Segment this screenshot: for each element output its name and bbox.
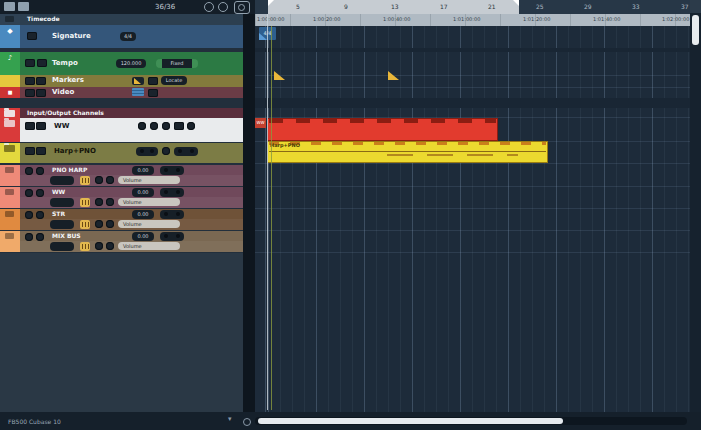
add-marker-icon[interactable] (132, 77, 144, 85)
channel-button-1[interactable] (95, 198, 103, 206)
tempo-activate-button[interactable] (25, 59, 35, 67)
channel-button-2[interactable] (106, 198, 114, 206)
freeze-button[interactable] (187, 122, 195, 130)
instrument-keyboard-icon[interactable] (80, 242, 90, 251)
channel-button-2[interactable] (106, 176, 114, 184)
track-name[interactable]: PNO HARP (52, 167, 87, 173)
track-name[interactable]: WW (52, 189, 65, 195)
clip-color-tab[interactable]: WW (255, 118, 266, 128)
gain-readout[interactable]: 0.00 (132, 232, 154, 241)
track-row-ww-bus[interactable]: WW (0, 118, 243, 142)
channel-button-1[interactable] (95, 220, 103, 228)
add-cycle-marker-button[interactable] (148, 77, 158, 85)
track-row-mix-bus[interactable]: MIX BUS 0.00 Volume (0, 231, 243, 252)
solo-button[interactable] (36, 122, 46, 130)
magnifier-icon[interactable] (234, 1, 250, 14)
solo-button[interactable] (36, 211, 44, 219)
divider-caret-icon[interactable]: ▾ (228, 416, 232, 423)
bar-ruler[interactable]: 5 9 13 17 21 25 29 33 37 (255, 0, 690, 14)
instrument-keyboard-icon[interactable] (80, 198, 90, 207)
signature-value[interactable]: 4/4 (120, 32, 136, 41)
project-cursor[interactable] (267, 14, 268, 410)
instrument-keyboard-icon[interactable] (80, 220, 90, 229)
panel-divider[interactable] (243, 14, 255, 412)
instrument-keyboard-icon[interactable] (80, 176, 90, 185)
record-monitor-buttons[interactable] (136, 147, 158, 156)
volume-slider[interactable]: Volume (118, 198, 180, 206)
mute-button[interactable] (25, 233, 33, 241)
solo-button[interactable] (36, 233, 44, 241)
channel-button-2[interactable] (106, 242, 114, 250)
record-button[interactable] (138, 122, 146, 130)
edit-channel-button[interactable] (162, 122, 170, 130)
track-name[interactable]: WW (54, 123, 69, 130)
vertical-scrollbar-thumb[interactable] (692, 15, 699, 45)
track-row-pno-harp[interactable]: PNO HARP 0.00 Volume (0, 165, 243, 186)
midi-clip-ww[interactable] (267, 118, 498, 141)
track-name[interactable]: Harp+PNO (54, 148, 96, 155)
gain-readout[interactable]: 0.00 (132, 166, 154, 175)
volume-slider[interactable]: Volume (118, 242, 180, 250)
gain-readout[interactable]: 0.00 (132, 188, 154, 197)
solo-button[interactable] (36, 147, 46, 155)
solo-button[interactable] (36, 167, 44, 175)
mute-button[interactable] (25, 211, 33, 219)
io-channels-folder-header[interactable]: Input/Output Channels (0, 108, 243, 118)
window-layout-icon[interactable] (18, 2, 29, 11)
scrollbar-top-button[interactable] (690, 0, 701, 13)
mute-button[interactable] (25, 167, 33, 175)
track-row-ww[interactable]: WW 0.00 Volume (0, 187, 243, 208)
timecode-ruler[interactable]: 1:00:00:00 1:00:20:00 1:00:40:00 1:01:00… (255, 14, 690, 26)
horizontal-scrollbar[interactable] (255, 417, 687, 425)
edit-readout[interactable] (50, 220, 74, 229)
activate-project-icon[interactable] (4, 2, 15, 11)
edit-readout[interactable] (50, 176, 74, 185)
channel-button-2[interactable] (106, 220, 114, 228)
track-row-str[interactable]: STR 0.00 Volume (0, 209, 243, 230)
channel-button-1[interactable] (95, 242, 103, 250)
video-mute-button[interactable] (25, 89, 35, 97)
edit-readout[interactable] (50, 242, 74, 251)
video-thumbnail-icon[interactable] (132, 88, 144, 96)
event-display[interactable]: 4/4 WW Harp+PNO (255, 26, 690, 412)
marker-locate-dropdown[interactable]: Locate (161, 76, 187, 85)
track-name[interactable]: MIX BUS (52, 233, 81, 239)
timeline-ruler[interactable]: 5 9 13 17 21 25 29 33 37 1:00:00:00 1:00… (255, 0, 690, 26)
gain-readout[interactable]: 0.00 (132, 210, 154, 219)
track-row-video[interactable]: ■ Video (0, 87, 243, 98)
track-name[interactable]: STR (52, 211, 65, 217)
track-row-signature[interactable]: ◆ Signature 4/4 (0, 25, 243, 48)
channel-button-1[interactable] (95, 176, 103, 184)
right-zone-icon[interactable] (218, 2, 228, 12)
horizontal-scrollbar-thumb[interactable] (258, 418, 563, 424)
mute-button[interactable] (25, 147, 35, 155)
edit-channel-button[interactable] (162, 147, 170, 155)
video-options-button[interactable] (36, 89, 46, 97)
track-list-empty-area[interactable] (0, 253, 243, 412)
midi-clip-harp-pno[interactable]: Harp+PNO (267, 141, 548, 163)
track-row-tempo[interactable]: ♪ Tempo 120.000 Fixed (0, 52, 243, 75)
automation-button[interactable] (174, 122, 184, 130)
video-button-2[interactable] (148, 89, 158, 97)
record-monitor-buttons[interactable] (160, 232, 184, 241)
record-monitor-buttons[interactable] (160, 210, 184, 219)
tempo-mode-toggle[interactable]: Fixed (156, 59, 198, 68)
solo-button[interactable] (36, 189, 44, 197)
mute-button[interactable] (25, 122, 35, 130)
track-row-harp-pno-bus[interactable]: Harp+PNO (0, 143, 243, 163)
volume-slider[interactable]: Volume (118, 176, 180, 184)
mute-button[interactable] (25, 189, 33, 197)
edit-readout[interactable] (50, 198, 74, 207)
tempo-options-button[interactable] (37, 59, 47, 67)
track-timecode-header[interactable]: Timecode (0, 14, 243, 25)
record-monitor-buttons[interactable] (160, 188, 184, 197)
vertical-scrollbar[interactable] (690, 0, 701, 430)
tempo-value[interactable]: 120.000 (116, 59, 146, 68)
markers-button-1[interactable] (25, 77, 35, 85)
automation-buttons[interactable] (174, 147, 198, 156)
track-row-markers[interactable]: Markers Locate (0, 75, 243, 87)
signature-options-button[interactable] (27, 32, 37, 40)
volume-slider[interactable]: Volume (118, 220, 180, 228)
markers-button-2[interactable] (36, 77, 46, 85)
record-monitor-buttons[interactable] (160, 166, 184, 175)
